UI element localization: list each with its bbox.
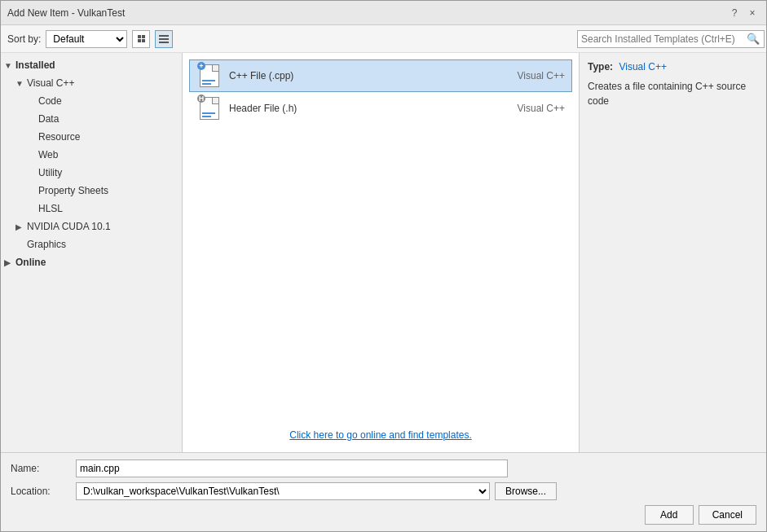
tree-item-graphics[interactable]: Graphics [1, 235, 182, 253]
header-file-icon: H [196, 95, 223, 121]
tree-item-label: Installed [15, 59, 55, 71]
type-value: Visual C++ [619, 61, 666, 73]
tree-item-label: Web [38, 149, 58, 160]
cancel-button[interactable]: Cancel [699, 505, 756, 525]
name-input[interactable] [76, 459, 508, 477]
add-new-item-dialog: Add New Item - VulkanTest ? × Sort by: D… [0, 0, 767, 532]
name-label: Name: [11, 463, 76, 474]
bottom-bar: Name: Location: D:\vulkan_workspace\Vulk… [1, 452, 766, 531]
search-input[interactable] [577, 30, 765, 48]
browse-button[interactable]: Browse... [495, 482, 557, 500]
search-icon-button[interactable]: 🔍 [747, 33, 760, 45]
grid-view-button[interactable] [132, 30, 150, 48]
tree-item-utility[interactable]: Utility [1, 164, 182, 182]
tree-item-label: HLSL [38, 203, 63, 214]
list-view-button[interactable] [155, 30, 173, 48]
grid-icon [138, 35, 145, 42]
tree-item-label: Online [15, 257, 46, 268]
expand-icon: ▼ [15, 79, 27, 88]
tree-item-code[interactable]: Code [1, 92, 182, 110]
template-type: Visual C++ [518, 103, 565, 114]
add-button[interactable]: Add [645, 505, 694, 525]
template-item-header-file[interactable]: H Header File (.h) Visual C++ [189, 92, 572, 125]
tree-item-hlsl[interactable]: HLSL [1, 200, 182, 218]
sort-select[interactable]: Default Name Type [46, 30, 127, 48]
location-label: Location: [11, 486, 76, 497]
left-panel: ▼Installed▼Visual C++CodeDataResourceWeb… [1, 53, 183, 452]
tree-item-label: Utility [38, 167, 62, 178]
tree-item-label: Visual C++ [27, 77, 74, 89]
center-panel: + C++ File (.cpp) Visual C++ H [183, 53, 579, 452]
tree-item-label: Resource [38, 131, 80, 143]
tree-item-resource[interactable]: Resource [1, 128, 182, 146]
main-content: ▼Installed▼Visual C++CodeDataResourceWeb… [1, 53, 766, 452]
online-link[interactable]: Click here to go online and find templat… [186, 413, 575, 452]
cpp-file-icon: + [196, 63, 223, 89]
dialog-title: Add New Item - VulkanTest [7, 7, 125, 19]
dialog-buttons: Add Cancel [11, 505, 756, 525]
template-name: C++ File (.cpp) [229, 70, 518, 81]
toolbar: Sort by: Default Name Type 🔍 [1, 25, 766, 53]
tree-item-label: Code [38, 95, 62, 107]
tree-item-label: Graphics [27, 239, 66, 250]
location-row: Location: D:\vulkan_workspace\VulkanTest… [11, 482, 756, 500]
tree-item-data[interactable]: Data [1, 110, 182, 128]
title-bar-controls: ? × [727, 6, 760, 20]
template-name: Header File (.h) [229, 103, 518, 114]
name-row: Name: [11, 459, 756, 477]
tree-item-label: Property Sheets [38, 185, 108, 196]
type-label: Type: Visual C++ [588, 61, 758, 73]
close-button[interactable]: × [745, 6, 760, 20]
tree-item-label: Data [38, 113, 59, 125]
tree-item-nvidia-cuda[interactable]: ▶NVIDIA CUDA 10.1 [1, 218, 182, 235]
expand-icon: ▶ [4, 258, 15, 267]
title-bar: Add New Item - VulkanTest ? × [1, 1, 766, 25]
template-type: Visual C++ [518, 70, 565, 81]
template-list: + C++ File (.cpp) Visual C++ H [186, 56, 575, 128]
expand-icon: ▼ [4, 61, 15, 70]
tree-item-online[interactable]: ▶Online [1, 253, 182, 271]
location-select[interactable]: D:\vulkan_workspace\VulkanTest\VulkanTes… [76, 482, 490, 500]
help-button[interactable]: ? [727, 6, 742, 20]
search-box: 🔍 [577, 30, 760, 48]
type-description: Creates a file containing C++ source cod… [588, 79, 758, 108]
tree-item-installed[interactable]: ▼Installed [1, 56, 182, 74]
tree-item-web[interactable]: Web [1, 146, 182, 164]
expand-icon: ▶ [15, 222, 27, 231]
sort-label: Sort by: [7, 33, 41, 45]
template-item-cpp-file[interactable]: + C++ File (.cpp) Visual C++ [189, 59, 572, 92]
list-icon [159, 35, 169, 43]
tree-item-visual-cpp[interactable]: ▼Visual C++ [1, 74, 182, 92]
tree-item-label: NVIDIA CUDA 10.1 [27, 221, 111, 232]
type-label-text: Type: [588, 61, 613, 73]
right-panel: Type: Visual C++ Creates a file containi… [579, 53, 766, 452]
tree-item-property-sheets[interactable]: Property Sheets [1, 182, 182, 200]
